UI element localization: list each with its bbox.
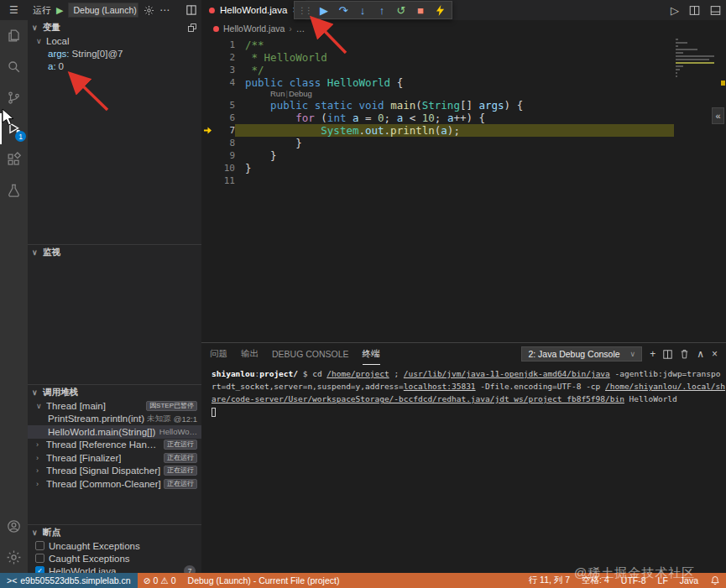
code-area[interactable]: 1/**2 * HelloWorld3 */4public class Hell… — [201, 37, 726, 187]
more-actions-icon[interactable]: ⋯ — [159, 4, 170, 16]
editor[interactable]: HelloWorld.java › … 1/**2 * HelloWorld3 … — [201, 20, 726, 342]
breakpoint-gutter[interactable] — [201, 51, 213, 64]
code-line-3: 3 */ — [201, 64, 726, 76]
callstack-section-header[interactable]: ∨ 调用堆栈 — [28, 385, 201, 399]
callstack-thread[interactable]: ›Thread [Common-Cleaner]正在运行 — [28, 477, 201, 491]
step-out-button[interactable]: ↑ — [373, 2, 390, 18]
continue-button[interactable]: ▶ — [316, 2, 332, 18]
run-file-button[interactable]: ▷ — [671, 4, 679, 17]
explorer-icon[interactable] — [0, 20, 28, 51]
overview-ruler-mark — [721, 81, 725, 86]
new-terminal-icon[interactable]: + — [650, 348, 655, 360]
breakpoint-checkbox[interactable] — [35, 554, 44, 563]
panel-actions: 2: Java Debug Console ∨ + ∧ × — [521, 346, 718, 362]
remote-indicator[interactable]: >< e9b505523db5.simplelab.cn — [0, 573, 138, 588]
breakpoint-gutter[interactable] — [201, 162, 213, 174]
scope-local[interactable]: ∨ Local — [28, 34, 201, 47]
breakpoint-gutter[interactable] — [201, 137, 213, 149]
maximize-panel-icon[interactable]: ∧ — [697, 348, 704, 360]
watch-section-header[interactable]: ∨ 监视 — [28, 245, 201, 259]
breakpoints-section-header[interactable]: ∨ 断点 — [28, 525, 201, 539]
warning-count: 0 — [171, 575, 176, 585]
breakpoint-gutter[interactable] — [201, 64, 213, 76]
start-debugging-button[interactable]: ▶ — [56, 5, 63, 16]
breakpoint-gutter[interactable] — [201, 99, 213, 112]
test-beaker-icon[interactable] — [0, 175, 28, 206]
debug-status[interactable]: Debug (Launch) - Current File (project) — [182, 573, 346, 588]
line-number: 7 — [213, 124, 235, 137]
cursor-position[interactable]: 行 11, 列 7 — [523, 573, 576, 588]
gear-icon[interactable] — [144, 5, 154, 16]
panel-tab[interactable]: DEBUG CONSOLE — [272, 343, 349, 365]
views-icon[interactable] — [186, 5, 196, 15]
panel-tab[interactable]: 问题 — [210, 343, 227, 365]
layout-icon[interactable] — [710, 5, 721, 16]
breakpoints-section: ∨ 断点 Uncaught ExceptionsCaught Exception… — [28, 524, 201, 573]
breadcrumb[interactable]: HelloWorld.java › … — [201, 20, 726, 37]
breakpoint-item[interactable]: Uncaught Exceptions — [28, 539, 201, 552]
search-icon[interactable] — [0, 51, 28, 82]
console-selector[interactable]: 2: Java Debug Console ∨ — [521, 346, 642, 362]
minimap[interactable] — [674, 37, 714, 79]
split-terminal-icon[interactable] — [663, 350, 672, 359]
close-panel-icon[interactable]: × — [712, 348, 718, 360]
callstack-frame[interactable]: HelloWorld.main(String[])HelloWo… — [28, 425, 201, 439]
code-line-9: 9 } — [201, 149, 726, 162]
remote-icon: >< — [7, 575, 17, 585]
callstack-thread[interactable]: ›Thread [Reference Handler]正在运行 — [28, 439, 201, 452]
run-debug-icon[interactable]: 1 — [0, 113, 28, 144]
breakpoint-gutter[interactable] — [201, 112, 213, 124]
kill-terminal-trash-icon[interactable] — [680, 349, 689, 359]
error-count: 0 — [153, 575, 158, 585]
notifications-bell-icon[interactable] — [704, 573, 726, 588]
callstack-thread[interactable]: ›Thread [Finalizer]正在运行 — [28, 451, 201, 465]
breadcrumb-file[interactable]: HelloWorld.java — [223, 23, 285, 34]
debug-config-dropdown[interactable]: Debug (Launch) ∨ — [68, 3, 138, 18]
error-icon: ⊘ — [144, 575, 151, 585]
collapse-panel-icon[interactable]: « — [712, 107, 724, 124]
menu-icon[interactable]: ☰ — [0, 0, 28, 20]
variable-args[interactable]: args:String[0]@7 — [28, 47, 201, 60]
breadcrumb-symbol[interactable]: … — [296, 23, 306, 34]
extensions-icon[interactable] — [0, 144, 28, 175]
step-into-button[interactable]: ↓ — [354, 2, 371, 18]
menu-glyph: ☰ — [9, 4, 18, 16]
debug-current-line-arrow[interactable] — [201, 124, 213, 137]
breakpoint-checkbox[interactable] — [35, 541, 44, 550]
breakpoints-list: Uncaught ExceptionsCaught Exceptions✓Hel… — [28, 539, 201, 573]
breakpoint-item[interactable]: Caught Exceptions — [28, 552, 201, 565]
breakpoint-checkbox[interactable]: ✓ — [35, 566, 44, 573]
terminal[interactable]: shiyanlou:project/ $ cd /home/project ; … — [201, 365, 726, 420]
step-over-button[interactable]: ↷ — [335, 2, 352, 18]
account-icon[interactable] — [0, 511, 28, 542]
variables-section-header[interactable]: ∨ 变量 — [28, 20, 201, 34]
tab-helloworld-java[interactable]: HelloWorld.java × — [201, 0, 306, 20]
breakpoint-gutter[interactable] — [201, 174, 213, 187]
code-text: * HelloWorld — [235, 51, 674, 64]
breakpoint-item[interactable]: ✓HelloWorld.java7 — [28, 565, 201, 573]
split-editor-icon[interactable] — [689, 5, 700, 16]
codelens-run-debug[interactable]: Run|Debug — [201, 89, 726, 99]
hot-code-replace-button[interactable] — [431, 2, 448, 18]
breakpoint-gutter[interactable] — [201, 149, 213, 162]
panel-header: 问题输出DEBUG CONSOLE终端 2: Java Debug Consol… — [201, 343, 726, 365]
terminal-cursor-line — [212, 405, 716, 418]
panel-tab[interactable]: 终端 — [363, 343, 380, 365]
callstack-frame[interactable]: PrintStream.println(int)未知源@12:1 — [28, 413, 201, 426]
chevron-down-icon: ∨ — [36, 37, 44, 45]
drag-handle-icon[interactable]: ⋮⋮ — [298, 6, 311, 15]
callstack-thread[interactable]: ›Thread [Signal Dispatcher]正在运行 — [28, 465, 201, 478]
minimap-line — [676, 75, 677, 77]
variable-a[interactable]: a:0 — [28, 60, 201, 72]
problems-status[interactable]: ⊘ 0 ⚠ 0 — [138, 573, 182, 588]
settings-gear-icon[interactable] — [0, 542, 28, 573]
collapse-all-icon[interactable] — [187, 23, 197, 33]
code-text — [235, 174, 674, 187]
breakpoint-gutter[interactable] — [201, 39, 213, 51]
panel-tab[interactable]: 输出 — [241, 343, 259, 365]
restart-button[interactable]: ↺ — [393, 2, 410, 18]
callstack-thread[interactable]: ∨Thread [main]因STEP已暂停 — [28, 399, 201, 413]
source-control-icon[interactable] — [0, 82, 28, 113]
stop-button[interactable]: ■ — [412, 2, 429, 18]
breakpoint-gutter[interactable] — [201, 76, 213, 89]
